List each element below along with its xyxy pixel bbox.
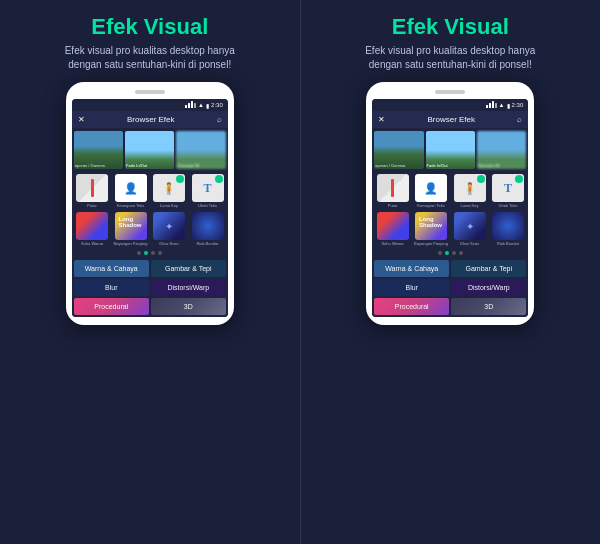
effect-suhu[interactable]: Suhu Warna: [74, 212, 111, 246]
left-statusbar: ▲ ▮ 2:30: [72, 99, 228, 111]
right-thumb-label-fade: Fade In/Out: [427, 163, 448, 168]
effect-kemajuan[interactable]: 👤 Kemajuan Teks: [112, 174, 149, 208]
right-subtitle: Efek visual pro kualitas desktop hanyade…: [361, 44, 539, 72]
effect-luma[interactable]: 🧍 Luma Key: [151, 174, 188, 208]
effect-thumb-gaussian[interactable]: Gaussian Bl: [176, 131, 225, 169]
effect-putar[interactable]: Putar: [74, 174, 111, 208]
right-kemajuan-box: 👤: [415, 174, 447, 202]
wifi-icon: ▲: [198, 102, 204, 108]
kemajuan-icon: 👤: [124, 182, 138, 195]
right-ubah-label: Ubah Teks: [499, 203, 518, 208]
effect-riak[interactable]: Riak Bundar: [189, 212, 226, 246]
close-icon[interactable]: ✕: [78, 115, 85, 124]
right-effect-kemajuan[interactable]: 👤 Kemajuan Teks: [413, 174, 450, 208]
right-putar-label: Putar: [388, 203, 398, 208]
right-effect-putar[interactable]: Putar: [374, 174, 411, 208]
right-effect-bayangan[interactable]: LongShadow Bayangan Panjang: [413, 212, 450, 246]
right-dot-1: [438, 251, 442, 255]
long-shadow-text: LongShadow: [119, 216, 142, 228]
kemajuan-label: Kemajuan Teks: [117, 203, 144, 208]
right-luma-box: 🧍: [454, 174, 486, 202]
right-btn-warna-cahaya[interactable]: Warna & Cahaya: [374, 260, 449, 277]
btn-blur[interactable]: Blur: [74, 279, 149, 296]
right-toolbar-title: Browser Efek: [389, 115, 513, 124]
right-btn-gambar-tepi[interactable]: Gambar & Tepi: [451, 260, 526, 277]
menu-buttons: Warna & Cahaya Gambar & Tepi Blur Distor…: [72, 258, 228, 317]
effect-glow[interactable]: ✦ Glow Scan: [151, 212, 188, 246]
left-title: Efek Visual: [91, 14, 208, 40]
btn-3d[interactable]: 3D: [151, 298, 226, 315]
effect-thumb-gamma[interactable]: aporan / Gamma: [74, 131, 123, 169]
riak-box: [192, 212, 224, 240]
right-screen: ▲ ▮ 2:30 ✕ Browser Efek ⌕ aporan / Gamma: [372, 99, 528, 317]
right-riak-label: Riak Bundar: [497, 241, 519, 246]
effect-bayangan[interactable]: LongShadow Bayangan Panjang: [112, 212, 149, 246]
right-thumb-label-gaussian: Gaussian Bl: [478, 163, 500, 168]
right-mid-effects-row: Putar 👤 Kemajuan Teks 🧍 Luma Key: [372, 172, 528, 210]
btn-gambar-tepi[interactable]: Gambar & Tepi: [151, 260, 226, 277]
right-effect-thumb-fade[interactable]: Fade In/Out: [426, 131, 475, 169]
right-toolbar: ✕ Browser Efek ⌕: [372, 111, 528, 128]
thumb-label-fade: Fade In/Out: [126, 163, 147, 168]
right-glow-label: Glow Scan: [460, 241, 479, 246]
right-effect-suhu[interactable]: Suhu Warna: [374, 212, 411, 246]
btn-warna-cahaya[interactable]: Warna & Cahaya: [74, 260, 149, 277]
right-bayangan-box: LongShadow: [415, 212, 447, 240]
right-close-icon[interactable]: ✕: [378, 115, 385, 124]
right-time-display: 2:30: [512, 102, 524, 108]
riak-label: Riak Bundar: [196, 241, 218, 246]
dot-1: [137, 251, 141, 255]
thumb-label-gaussian: Gaussian Bl: [177, 163, 199, 168]
right-suhu-box: [377, 212, 409, 240]
right-wifi-icon: ▲: [499, 102, 505, 108]
right-title: Efek Visual: [392, 14, 509, 40]
right-kemajuan-label: Kemajuan Teks: [417, 203, 444, 208]
time-display: 2:30: [211, 102, 223, 108]
right-dot-3: [452, 251, 456, 255]
luma-label: Luma Key: [160, 203, 178, 208]
left-subtitle: Efek visual pro kualitas desktop hanyade…: [61, 44, 239, 72]
search-icon[interactable]: ⌕: [217, 115, 222, 124]
right-signal-icon: [486, 101, 497, 109]
right-phone: ▲ ▮ 2:30 ✕ Browser Efek ⌕ aporan / Gamma: [366, 82, 534, 325]
bot-effects-row: Suhu Warna LongShadow Bayangan Panjang ✦…: [72, 210, 228, 248]
right-putar-box: [377, 174, 409, 202]
left-screen: ▲ ▮ 2:30 ✕ Browser Efek ⌕ aporan / Gamma: [72, 99, 228, 317]
right-statusbar: ▲ ▮ 2:30: [372, 99, 528, 111]
signal-icon: [185, 101, 196, 109]
right-effect-ubah[interactable]: T Ubah Teks: [490, 174, 527, 208]
right-long-shadow-text: LongShadow: [419, 216, 442, 228]
bayangan-box: LongShadow: [115, 212, 147, 240]
putar-box: [76, 174, 108, 202]
right-effect-thumb-gamma[interactable]: aporan / Gamma: [374, 131, 423, 169]
right-effect-riak[interactable]: Riak Bundar: [490, 212, 527, 246]
right-bayangan-label: Bayangan Panjang: [414, 241, 448, 246]
effect-ubah[interactable]: T Ubah Teks: [189, 174, 226, 208]
right-effect-glow[interactable]: ✦ Glow Scan: [451, 212, 488, 246]
ubah-box: T: [192, 174, 224, 202]
right-btn-procedural[interactable]: Procedural: [374, 298, 449, 315]
left-speaker: [135, 90, 165, 94]
bayangan-label: Bayangan Panjang: [114, 241, 148, 246]
right-btn-3d[interactable]: 3D: [451, 298, 526, 315]
right-effect-thumb-gaussian[interactable]: Gaussian Bl: [477, 131, 526, 169]
right-dot-4: [459, 251, 463, 255]
effect-thumb-fade[interactable]: Fade In/Out: [125, 131, 174, 169]
right-search-icon[interactable]: ⌕: [517, 115, 522, 124]
battery-icon: ▮: [206, 102, 209, 109]
mid-effects-row: Putar 👤 Kemajuan Teks 🧍 Luma Key: [72, 172, 228, 210]
right-luma-label: Luma Key: [460, 203, 478, 208]
right-btn-distorsi-warp[interactable]: Distorsi/Warp: [451, 279, 526, 296]
right-menu-buttons: Warna & Cahaya Gambar & Tepi Blur Distor…: [372, 258, 528, 317]
left-phone: ▲ ▮ 2:30 ✕ Browser Efek ⌕ aporan / Gamma: [66, 82, 234, 325]
glow-box: ✦: [153, 212, 185, 240]
right-panel: Efek Visual Efek visual pro kualitas des…: [301, 0, 601, 544]
btn-distorsi-warp[interactable]: Distorsi/Warp: [151, 279, 226, 296]
right-btn-blur[interactable]: Blur: [374, 279, 449, 296]
glow-label: Glow Scan: [159, 241, 178, 246]
left-panel: Efek Visual Efek visual pro kualitas des…: [0, 0, 300, 544]
right-effect-luma[interactable]: 🧍 Luma Key: [451, 174, 488, 208]
top-effects-row: aporan / Gamma Fade In/Out Gaussian Bl: [72, 128, 228, 172]
right-top-effects-row: aporan / Gamma Fade In/Out Gaussian Bl: [372, 128, 528, 172]
btn-procedural[interactable]: Procedural: [74, 298, 149, 315]
